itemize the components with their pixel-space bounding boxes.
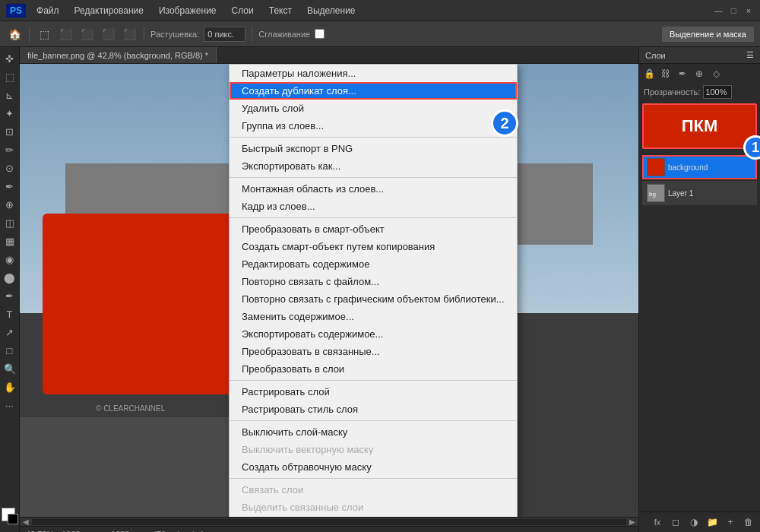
context-menu-item-disable-mask[interactable]: Выключить слой-маску	[230, 423, 517, 441]
context-menu-item-link-layers: Связать слои	[230, 481, 517, 499]
type-tool[interactable]: T	[2, 306, 18, 322]
panel-menu-icon[interactable]: ☰	[746, 50, 754, 60]
eraser-tool[interactable]: ◫	[2, 214, 18, 231]
layer-item-2[interactable]: bg Layer 1	[642, 181, 757, 205]
gradient-tool[interactable]: ▦	[2, 233, 18, 249]
menu-file[interactable]: Файл	[33, 4, 62, 17]
menu-text[interactable]: Текст	[266, 4, 295, 17]
context-menu-item-replace[interactable]: Заменить содержимое...	[230, 308, 517, 325]
context-menu-item-rasterize-style[interactable]: Растрировать стиль слоя	[230, 401, 517, 418]
clone-tool[interactable]: ⊕	[2, 196, 18, 213]
vector-icon[interactable]: ◇	[709, 67, 723, 81]
layer-item-background[interactable]: background	[642, 155, 757, 179]
minimize-button[interactable]: —	[713, 5, 724, 16]
context-menu-item-disable-vec-mask: Выключить векторную маску	[230, 441, 517, 458]
selection-mask-button[interactable]: Выделение и маска	[662, 27, 754, 42]
layer-list: background bg Layer 1	[639, 152, 760, 511]
close-button[interactable]: ×	[743, 5, 754, 16]
options-toolbar: 🏠 ⬚ ⬛ ⬛ ⬛ ⬛ Растушевка: Сглаживание Выде…	[0, 21, 760, 47]
opacity-input[interactable]	[703, 85, 732, 99]
menu-edit[interactable]: Редактирование	[71, 4, 147, 17]
context-menu-item-quick-export[interactable]: Быстрый экспорт в PNG	[230, 140, 517, 157]
new-layer-icon[interactable]: +	[724, 515, 737, 529]
canvas-tab[interactable]: file_banner.png @ 42,8% (background, RGB…	[20, 47, 217, 63]
menu-select[interactable]: Выделение	[304, 4, 359, 17]
hand-tool[interactable]: ✋	[2, 378, 18, 395]
adjustment-icon[interactable]: ◑	[687, 515, 701, 529]
nav-arrow-right[interactable]: ▶	[201, 529, 207, 532]
layer-name-background: background	[668, 163, 708, 172]
context-menu-item-edit-content[interactable]: Редактировать содержимое	[230, 255, 517, 273]
context-menu: Параметры наложения... Создать дубликат …	[229, 64, 518, 517]
smooth-label: Сглаживание	[258, 30, 310, 39]
magic-wand-tool[interactable]: ✦	[2, 105, 18, 122]
add-mask-icon[interactable]: ◻	[669, 515, 682, 529]
path-select-tool[interactable]: ↗	[2, 324, 18, 340]
home-icon[interactable]: 🏠	[6, 26, 23, 43]
scroll-right-arrow[interactable]: ▶	[629, 518, 635, 526]
dodge-tool[interactable]: ⬤	[2, 269, 18, 286]
context-menu-item-relink-file[interactable]: Повторно связать с файлом...	[230, 273, 517, 290]
context-menu-item-export-as[interactable]: Экспортировать как...	[230, 157, 517, 175]
extras-tool[interactable]: ···	[2, 397, 18, 413]
context-menu-item-params[interactable]: Параметры наложения...	[230, 65, 517, 82]
nav-arrow-left[interactable]: ◀	[188, 529, 194, 532]
context-menu-item-delete[interactable]: Удалить слой	[230, 100, 517, 117]
context-menu-item-duplicate[interactable]: Создать дубликат слоя...	[230, 82, 517, 100]
menu-layers[interactable]: Слои	[229, 4, 257, 17]
opacity-label: Прозрачность:	[644, 87, 700, 97]
spot-heal-tool[interactable]: ⊙	[2, 160, 18, 176]
context-menu-item-smart-obj-copy[interactable]: Создать смарт-объект путем копирования	[230, 238, 517, 255]
context-menu-item-convert-layer[interactable]: Преобразовать в слои	[230, 360, 517, 378]
select-tool[interactable]: ⬚	[2, 68, 18, 85]
crop-tool[interactable]: ⊡	[2, 123, 18, 140]
feather-label: Растушевка:	[150, 30, 199, 39]
new-selection-icon[interactable]: ⬛	[57, 26, 74, 43]
background-color[interactable]	[8, 514, 18, 524]
right-panel-header: Слои ☰	[639, 47, 760, 64]
fx-icon[interactable]: fx	[651, 515, 664, 529]
menu-image[interactable]: Изображение	[156, 4, 220, 17]
move-tool[interactable]: ✜	[2, 50, 18, 67]
context-menu-item-rasterize[interactable]: Растрировать слой	[230, 383, 517, 401]
pen-tool[interactable]: ✒	[2, 287, 18, 304]
left-toolbar: ✜ ⬚ ⊾ ✦ ⊡ ✏ ⊙ ✒ ⊕ ◫ ▦ ◉ ⬤ ✒ T ↗ □ 🔍 ✋ ··…	[0, 47, 20, 532]
context-menu-item-smart-obj[interactable]: Преобразовать в смарт-объект	[230, 220, 517, 238]
add-selection-icon[interactable]: ⬛	[78, 26, 95, 43]
feather-input[interactable]	[204, 27, 245, 42]
delete-layer-icon[interactable]: 🗑	[742, 515, 755, 529]
separator-2	[144, 27, 144, 42]
eyedropper-tool[interactable]: ✏	[2, 141, 18, 158]
separator-1	[29, 27, 30, 42]
blur-tool[interactable]: ◉	[2, 251, 18, 268]
context-menu-item-convert-linked[interactable]: Преобразовать в связанные...	[230, 343, 517, 360]
marquee-tool-icon[interactable]: ⬚	[36, 26, 52, 43]
context-menu-item-export-content[interactable]: Экспортировать содержимое...	[230, 325, 517, 343]
lasso-tool[interactable]: ⊾	[2, 87, 18, 103]
brush-panel-icon[interactable]: ✒	[676, 67, 689, 81]
shape-tool[interactable]: □	[2, 342, 18, 359]
sub-selection-icon[interactable]: ⬛	[100, 26, 116, 43]
intersect-selection-icon[interactable]: ⬛	[121, 26, 138, 43]
maximize-button[interactable]: □	[728, 5, 739, 16]
separator-3	[252, 27, 252, 42]
link-icon[interactable]: ⛓	[659, 67, 673, 81]
context-menu-item-create-clip-mask[interactable]: Создать обтравочную маску	[230, 458, 517, 476]
separator-ctx-4	[230, 380, 517, 381]
context-menu-item-relink-graphic[interactable]: Повторно связать с графическим объектом …	[230, 290, 517, 308]
selected-layer-thumb[interactable]: ПКМ	[642, 103, 757, 149]
scroll-track-h[interactable]	[32, 519, 626, 525]
lock-icon[interactable]: 🔒	[642, 67, 656, 81]
folder-icon[interactable]: 📁	[705, 515, 719, 529]
annotation-2: 2	[491, 109, 518, 137]
context-menu-item-artboard[interactable]: Монтажная область из слоев...	[230, 180, 517, 198]
context-menu-item-select-linked: Выделить связанные слои	[230, 499, 517, 516]
context-menu-item-group[interactable]: Группа из слоев...	[230, 117, 517, 135]
brush-tool[interactable]: ✒	[2, 178, 18, 195]
smooth-checkbox[interactable]	[315, 29, 325, 39]
position-icon[interactable]: ⊕	[692, 67, 706, 81]
scroll-left-arrow[interactable]: ◀	[23, 518, 29, 526]
menu-bar: Файл Редактирование Изображение Слои Тек…	[33, 4, 713, 17]
context-menu-item-frame[interactable]: Кадр из слоев...	[230, 198, 517, 215]
zoom-tool[interactable]: 🔍	[2, 360, 18, 377]
